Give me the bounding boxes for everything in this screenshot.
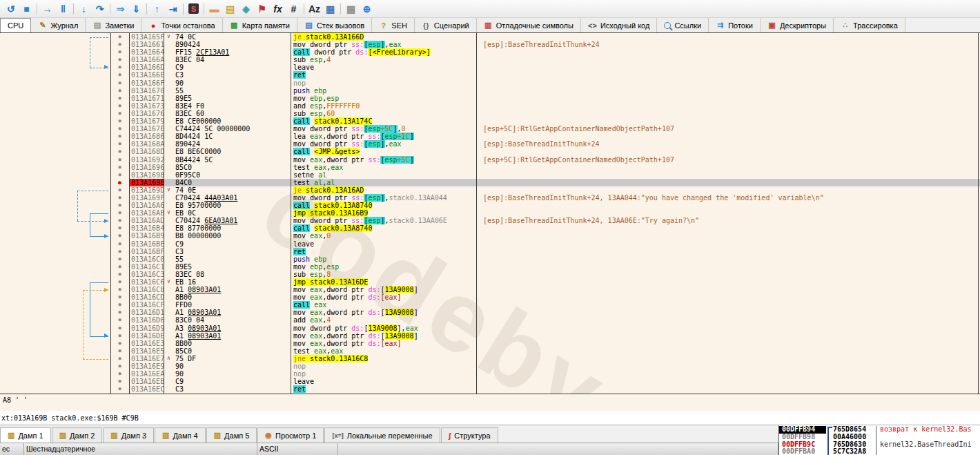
- disasm-row[interactable]: ●013A16C8A1 08903A01mov eax,dword ptr ds…: [0, 286, 980, 293]
- breakpoint-dot[interactable]: ●: [110, 240, 129, 248]
- tab-handles[interactable]: ▣Дескрипторы: [761, 18, 834, 32]
- breakpoint-dot[interactable]: ●: [110, 293, 129, 301]
- scylla-button[interactable]: S: [186, 2, 202, 16]
- breakpoint-dot[interactable]: ●: [110, 255, 129, 263]
- tab-call-stack[interactable]: ▤Стек вызовов: [297, 18, 372, 32]
- address-bytes-divider[interactable]: [164, 33, 164, 394]
- disasm-row[interactable]: ●013A16CD8B00mov eax,dword ptr ds:[eax]: [0, 293, 980, 301]
- disasm-row[interactable]: ●013A167055push ebp: [0, 87, 980, 95]
- breakpoint-dot-active[interactable]: ●: [110, 179, 129, 186]
- instruction-comment-divider[interactable]: [476, 33, 477, 394]
- disasm-row[interactable]: ●013A16A6E8 95700000call stack0.13A8740: [0, 202, 980, 209]
- breakpoint-dot[interactable]: ●: [110, 87, 129, 95]
- step-out-button[interactable]: ⇓: [128, 2, 144, 16]
- breakpoint-dot[interactable]: ●: [110, 202, 129, 209]
- breakpoint-dot[interactable]: ●: [110, 209, 129, 217]
- breakpoint-dot[interactable]: ●: [110, 71, 129, 79]
- comments-button[interactable]: ▤: [222, 2, 238, 16]
- breakpoint-dot[interactable]: ●: [110, 248, 129, 255]
- disasm-row[interactable]: ●013A16BEC9leave: [0, 240, 980, 248]
- disasm-row[interactable]: ●013A16D1A1 08903A01mov eax,dword ptr ds…: [0, 309, 980, 316]
- breakpoint-dot[interactable]: ●: [110, 309, 129, 316]
- tab-cpu[interactable]: CPU: [0, 18, 31, 32]
- breakpoint-dot[interactable]: ●: [110, 378, 129, 385]
- breakpoint-dot[interactable]: ●: [110, 286, 129, 293]
- tab-script[interactable]: {}Сценарий: [415, 18, 477, 32]
- disasm-row[interactable]: ●013A16EBC9leave: [0, 378, 980, 385]
- breakpoint-dot[interactable]: ●: [110, 64, 129, 71]
- breakpoint-dot[interactable]: ●: [110, 370, 129, 378]
- disasm-row[interactable]: ●013A16868D4424 1Clea eax,dword ptr ss:[…: [0, 133, 980, 140]
- breakpoint-dot[interactable]: ●: [110, 362, 129, 370]
- bytes-instruction-divider[interactable]: [291, 33, 291, 394]
- breakpoint-dot[interactable]: ●: [110, 95, 129, 102]
- stack-row[interactable]: 00DFFBA05C7C32A8: [779, 448, 980, 455]
- disasm-row[interactable]: ●013A16D9A3 08903A01mov dword ptr ds:[13…: [0, 325, 980, 332]
- breakpoint-dot[interactable]: ●: [110, 278, 129, 286]
- disasm-row[interactable]: ●013A16EA90nop: [0, 370, 980, 378]
- breakpoint-dot[interactable]: ●: [110, 224, 129, 232]
- labels-button[interactable]: ◈: [238, 2, 254, 16]
- disasm-row[interactable]: ●013A167683EC 60sub esp,60: [0, 110, 980, 117]
- internet-button[interactable]: ⊕: [359, 2, 375, 16]
- trace-into-button[interactable]: ⇥: [165, 2, 181, 16]
- breakpoint-dot[interactable]: ●: [110, 125, 129, 133]
- breakpoint-dot[interactable]: ●: [110, 110, 129, 117]
- tab-symbols[interactable]: ▥Отладочные символы: [477, 18, 581, 32]
- calculator-button[interactable]: ▦: [343, 2, 359, 16]
- breakpoint-dot[interactable]: ●: [110, 156, 129, 164]
- disasm-row[interactable]: ●013A167EC74424 5C 00000000mov dword ptr…: [0, 125, 980, 133]
- run-to-user-code-button[interactable]: ⇒: [112, 2, 128, 16]
- breakpoint-dot[interactable]: ●: [110, 164, 129, 171]
- disasm-row[interactable]: ●013A16AB∨EB 0Cjmp stack0.13A16B9: [0, 209, 980, 217]
- disasm-row[interactable]: ●013A16DEA1 08903A01mov eax,dword ptr ds…: [0, 332, 980, 340]
- pause-button[interactable]: ‖: [55, 2, 71, 16]
- disasm-row[interactable]: ●013A166A83EC 04sub esp,4: [0, 56, 980, 64]
- stop-button[interactable]: ■: [19, 2, 35, 16]
- run-button[interactable]: →: [39, 2, 55, 16]
- step-over-button[interactable]: ↷: [92, 2, 108, 16]
- disasm-row[interactable]: ●013A16B4E8 87700000call stack0.13A8740: [0, 224, 980, 232]
- tab-breakpoints[interactable]: ●Точки останова: [141, 18, 222, 32]
- breakpoint-dot[interactable]: ●: [110, 33, 129, 41]
- disasm-row[interactable]: ●013A16980F95C0setne al: [0, 171, 980, 179]
- disasm-row[interactable]: ●013A16E38B00mov eax,dword ptr ds:[eax]: [0, 340, 980, 347]
- disasm-row[interactable]: ●013A16B9B8 00000000mov eax,0: [0, 232, 980, 240]
- disasm-row[interactable]: ●013A168A890424mov dword ptr ss:[esp],ea…: [0, 140, 980, 148]
- stack-pane[interactable]: 00DFFB94765D8654возврат к kernel32.Bas00…: [778, 425, 980, 455]
- breakpoint-dot[interactable]: ●: [110, 385, 129, 393]
- breakpoint-dot[interactable]: ●: [110, 347, 129, 355]
- disasm-row[interactable]: ●013A166DC9leave: [0, 64, 980, 71]
- disasm-row[interactable]: ●013A16C189E5mov ebp,esp: [0, 263, 980, 271]
- breakpoint-dot[interactable]: ●: [110, 263, 129, 271]
- breakpoint-dot[interactable]: ●: [110, 133, 129, 140]
- tab-trace[interactable]: ∴Трассировка: [834, 18, 905, 32]
- breakpoint-dot[interactable]: ●: [110, 148, 129, 155]
- tab-watch-1[interactable]: ◉Просмотр 1: [257, 427, 324, 443]
- tab-references[interactable]: Ссылки: [657, 18, 709, 32]
- disasm-row[interactable]: ●013A169FC70424 44A03A01mov dword ptr ss…: [0, 194, 980, 202]
- breakpoint-dot[interactable]: ●: [110, 48, 129, 56]
- tab-seh[interactable]: ?SEH: [372, 18, 415, 32]
- hash-button[interactable]: #: [286, 2, 302, 16]
- breakpoint-dot[interactable]: ●: [110, 186, 129, 194]
- breakpoint-dot[interactable]: ●: [110, 79, 129, 87]
- disasm-row[interactable]: ●013A169D∨74 0Eje stack0.13A16AD: [0, 186, 980, 194]
- stack-row[interactable]: 00DFFB9800A46000: [779, 434, 980, 441]
- tab-locals[interactable]: [x=]Локальные переменные: [324, 427, 440, 443]
- breakpoint-dot[interactable]: ●: [110, 56, 129, 64]
- disasm-row[interactable]: ●013A167189E5mov ebp,esp: [0, 95, 980, 102]
- breakpoint-dot[interactable]: ●: [110, 194, 129, 202]
- tab-dump-4[interactable]: ▥Дамп 4: [155, 427, 206, 443]
- patches-button[interactable]: ▬: [206, 2, 222, 16]
- disasm-row[interactable]: ●013A16E585C0test eax,eax: [0, 347, 980, 355]
- tab-struct[interactable]: ʃСтруктура: [441, 427, 498, 443]
- tab-log[interactable]: ✎Журнал: [31, 18, 86, 32]
- call-stack-view-button[interactable]: ▦: [322, 2, 338, 16]
- functions-button[interactable]: fx: [270, 2, 286, 16]
- disasm-row[interactable]: ●013A166F90nop: [0, 79, 980, 87]
- breakpoint-dot[interactable]: ●: [110, 301, 129, 309]
- disasm-row[interactable]: ●013A16C6∨EB 16jmp stack0.13A16DE: [0, 278, 980, 286]
- breakpoint-dot[interactable]: ●: [110, 41, 129, 48]
- breakpoint-dot[interactable]: ●: [110, 217, 129, 224]
